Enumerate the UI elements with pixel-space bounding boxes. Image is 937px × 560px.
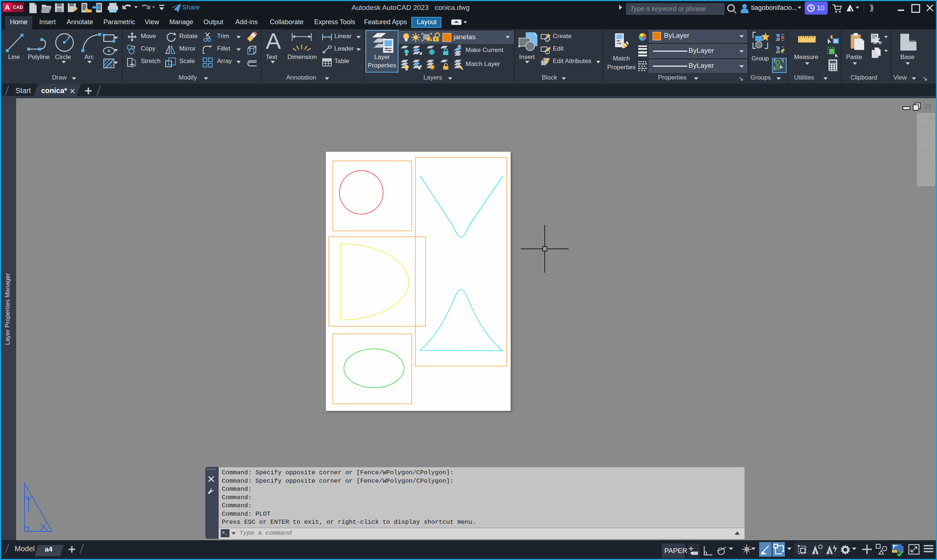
svg-text:2D: 2D (926, 134, 932, 140)
